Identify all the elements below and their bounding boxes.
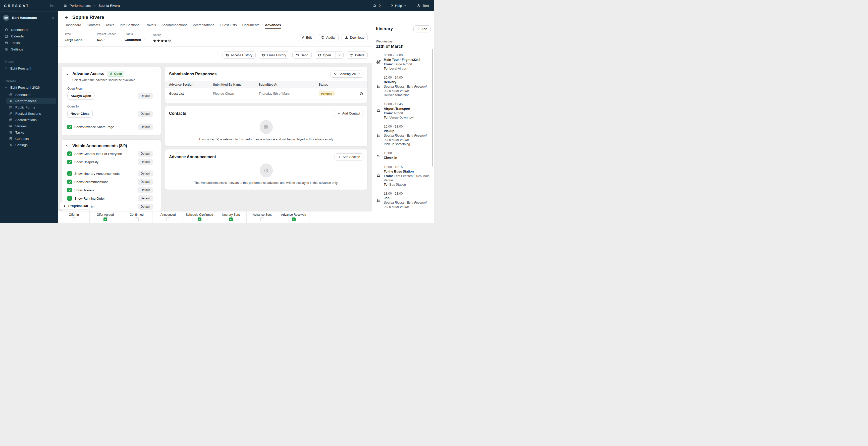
view-submission-icon[interactable] (360, 92, 364, 96)
type-dropdown[interactable]: Large Band (65, 38, 97, 42)
add-contact-button[interactable]: Add Contact (334, 110, 364, 117)
speakers-icon (9, 124, 12, 128)
show-advance-share-page-checkbox[interactable] (67, 125, 72, 129)
announcement-checkbox[interactable] (67, 160, 72, 164)
open-from-button[interactable]: Always Open (67, 92, 94, 100)
bed-icon (376, 153, 381, 158)
tab-travels[interactable]: Travels (145, 23, 156, 29)
offer-in-checkbox[interactable] (72, 218, 76, 221)
progress-button[interactable]: Progress 4/8 (60, 202, 91, 210)
tab-dashboard[interactable]: Dashboard (65, 23, 81, 29)
edit-button[interactable]: Edit (298, 34, 315, 41)
collapse-section-icon[interactable] (66, 72, 69, 82)
sidebar-user-name: Bert Hausmans (12, 16, 49, 20)
itinerary-item-delivery[interactable]: 10:00 - 14:00 Delivery Sophia Rivera - E… (376, 75, 431, 97)
table-row[interactable]: Guest List Pipo de Clown Thursday 5th of… (165, 88, 367, 99)
open-to-button[interactable]: Never Close (67, 110, 93, 118)
add-itinerary-button[interactable]: Add (413, 25, 431, 32)
contacts-empty-text: This contact(s) is relevant to this perf… (169, 138, 364, 141)
announcement-checkbox[interactable] (67, 152, 72, 156)
tab-documents[interactable]: Documents (242, 23, 259, 29)
itinerary-item-check-in[interactable]: 15:00 Check In (376, 151, 431, 160)
itinerary-item-flight[interactable]: 06:00 - 07:00 Main Tour - Flight #2244 F… (376, 53, 431, 70)
showing-filter-button[interactable]: Showing: All (331, 70, 364, 77)
tab-contacts[interactable]: Contacts (87, 23, 100, 29)
home-icon (4, 28, 8, 32)
notifications-button[interactable]: 0 (373, 4, 381, 8)
sidebar-item-calendar[interactable]: Calendar (0, 33, 58, 39)
star-filled: ★★★★ (153, 39, 168, 43)
chevron-down-icon (338, 54, 341, 57)
default-badge: Default (138, 111, 153, 117)
sidebar-item-performances[interactable]: Performances (6, 98, 56, 104)
itinerary-item-pickup[interactable]: 15:00 - 18:00 Pickup Sophia Rivera - Ech… (376, 124, 431, 146)
itinerary-sent-checkbox[interactable] (229, 218, 233, 221)
project-leader-dropdown[interactable]: N/A (97, 38, 125, 42)
add-section-button[interactable]: Add Section (335, 153, 364, 160)
sidebar-item-festival-settings[interactable]: Settings (6, 142, 56, 148)
itinerary-scrollbar[interactable] (432, 49, 433, 166)
itinerary-item-title: Airport Transport (384, 106, 415, 111)
sidebar-item-festival-tasks[interactable]: Tasks (6, 129, 56, 135)
meta-project-leader: Project Leader N/A (97, 32, 125, 42)
sidebar-item-contacts[interactable]: Contacts (6, 136, 56, 141)
itinerary-list: Wednesday 11th of March 06:00 - 07:00 Ma… (372, 36, 434, 209)
open-split-button[interactable]: Open (315, 52, 344, 59)
itinerary-item-bus-station[interactable]: 18:00 - 18:15 To the Buss Station From: … (376, 165, 431, 187)
itinerary-item-to: To: Venue Down town (384, 115, 415, 120)
rating-stars[interactable]: ★★★★☆ (153, 39, 172, 43)
itinerary-item-time: 18:00 - 23:00 (384, 191, 431, 196)
delete-button[interactable]: Delete (347, 52, 368, 59)
announced-checkbox[interactable] (166, 218, 170, 221)
back-arrow-icon[interactable] (65, 15, 69, 20)
access-history-button[interactable]: Access History (222, 52, 256, 59)
audits-button[interactable]: Audits (318, 34, 339, 41)
status-dropdown[interactable]: Confirmed (125, 38, 153, 42)
sidebar-item-public-forms[interactable]: Public Forms (6, 104, 56, 110)
breadcrumb-section[interactable]: Performances (69, 4, 91, 7)
plus-icon (417, 27, 420, 30)
open-options-caret[interactable] (336, 52, 343, 58)
collapse-sidebar-icon[interactable] (50, 4, 54, 8)
sidebar-item-tasks[interactable]: Tasks (0, 39, 58, 46)
sidebar-item-festival-sections[interactable]: Festival Sections (6, 110, 56, 117)
itinerary-day-header: Wednesday 11th of March (376, 40, 431, 49)
announcement-checkbox[interactable] (67, 196, 72, 201)
tab-accreditations[interactable]: Accreditations (193, 23, 214, 29)
download-button[interactable]: Download (342, 34, 368, 41)
sidebar-item-settings[interactable]: Settings (0, 46, 58, 53)
sidebar-item-accreditations[interactable]: Accreditations (6, 117, 56, 123)
schedule-confirmed-checkbox[interactable] (198, 218, 202, 221)
tab-accommodations[interactable]: Accommodations (161, 23, 188, 29)
sidebar-item-dashboard[interactable]: Dashboard (0, 26, 58, 33)
user-menu[interactable]: Bert (417, 4, 429, 8)
sidebar-item-label: Settings (15, 143, 28, 147)
share-page-label: Show Advance Share Page (74, 125, 135, 129)
sidebar-user[interactable]: BH Bert Hausmans (0, 11, 58, 23)
confirmed-checkbox[interactable] (135, 218, 138, 221)
sidebar-festival-echt-feesten-2026[interactable]: Echt Feesten! 2026 (0, 84, 58, 91)
itinerary-item-job[interactable]: 18:00 - 23:00 Job Sophia Rivera - Echt F… (376, 191, 431, 209)
tab-guest-lists[interactable]: Guest Lists (220, 23, 237, 29)
tab-tasks[interactable]: Tasks (105, 23, 114, 29)
send-button[interactable]: Send (292, 52, 311, 59)
announcement-checkbox[interactable] (67, 171, 72, 176)
breadcrumb-menu-icon[interactable] (63, 4, 67, 7)
tab-advances[interactable]: Advances (265, 23, 281, 29)
advance-received-checkbox[interactable] (292, 218, 296, 221)
offer-agreed-checkbox[interactable] (103, 218, 107, 221)
tab-info-sections[interactable]: Info Sections (120, 23, 140, 29)
sidebar-item-venues[interactable]: Venues (6, 123, 56, 129)
music-note-icon (9, 99, 12, 103)
sidebar-group-echt-feesten[interactable]: Echt Feesten! (0, 65, 58, 71)
announcement-checkbox[interactable] (67, 180, 72, 184)
advance-sent-checkbox[interactable] (260, 218, 264, 221)
email-history-button[interactable]: Email History (259, 52, 289, 59)
itinerary-item-airport-transport[interactable]: 12:00 - 12:45 Airport Transport From: Ai… (376, 102, 431, 120)
sidebar-item-scheduler[interactable]: Scheduler (6, 92, 56, 98)
open-button[interactable]: Open (315, 52, 334, 58)
announcement-checkbox[interactable] (67, 188, 72, 192)
divider (67, 168, 157, 168)
help-menu[interactable]: ? Help (391, 3, 407, 8)
collapse-section-icon[interactable] (66, 144, 69, 148)
